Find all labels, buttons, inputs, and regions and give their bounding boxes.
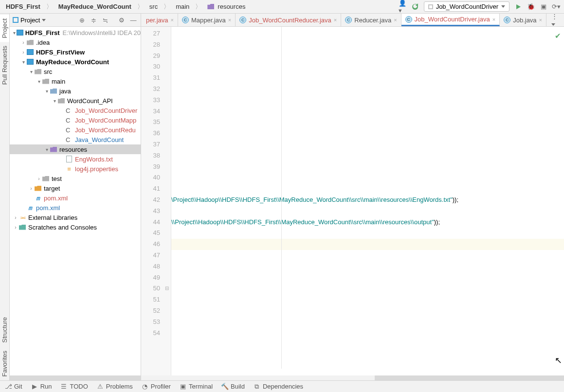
editor-tabs: per.java× CMapper.java× CJob_WordCountRe… — [141, 14, 564, 27]
tree-resources[interactable]: ▾resources — [10, 144, 141, 154]
bottom-run[interactable]: ▶Run — [31, 383, 52, 390]
tree-log4j[interactable]: ≡log4j.properties — [10, 164, 141, 174]
left-tab-structure[interactable]: Structure — [0, 313, 9, 347]
hide-button[interactable]: — — [129, 16, 138, 24]
editor-code[interactable]: ✔\Project\\Hadoop\\HDFS\\HDFS_First\\May… — [171, 27, 564, 380]
tab-3[interactable]: CReducer.java× — [341, 14, 401, 26]
expand-all-button[interactable]: ≑ — [89, 16, 98, 24]
tree-mayreduce[interactable]: ▾MayReduce_WordCount — [10, 57, 141, 67]
left-tab-favorites[interactable]: Favorites — [0, 347, 9, 380]
tree-engwords[interactable]: EngWords.txt — [10, 154, 141, 164]
tree-test[interactable]: ›test — [10, 174, 141, 183]
analysis-ok-icon[interactable]: ✔ — [555, 31, 561, 42]
bottom-terminal[interactable]: ▣Terminal — [180, 383, 213, 390]
close-icon[interactable]: × — [492, 17, 495, 22]
bottom-tool-bar: ⎇Git ▶Run ☰TODO ⚠Problems ◔Profiler ▣Ter… — [0, 380, 564, 392]
column-guide — [281, 27, 282, 369]
sync-icon[interactable] — [411, 3, 419, 11]
tree-idea[interactable]: ›.idea — [10, 37, 141, 47]
project-view-icon — [13, 17, 18, 23]
collapse-all-button[interactable]: ≒ — [101, 16, 109, 24]
tree-jwm[interactable]: CJob_WordCountMapp — [10, 115, 141, 125]
tree-root[interactable]: ▾HDFS_FirstE:\Windows\IntelliJ IDEA 20 — [10, 28, 141, 37]
crumb-1[interactable]: MayReduce_WordCount — [56, 2, 133, 11]
tab-5[interactable]: CJob.java× — [500, 14, 546, 26]
close-icon[interactable]: × — [394, 17, 397, 23]
settings-button[interactable]: ⚙ — [117, 16, 126, 24]
crumb-3[interactable]: main — [174, 2, 191, 11]
coverage-button[interactable]: ▣ — [540, 3, 547, 11]
tree-java[interactable]: ▾java — [10, 86, 141, 96]
tree-jwd[interactable]: CJob_WordCountDriver — [10, 106, 141, 115]
breadcrumb[interactable]: HDFS_First〉 MayReduce_WordCount〉 src〉 ma… — [4, 1, 249, 12]
editor-area: per.java× CMapper.java× CJob_WordCountRe… — [141, 14, 564, 380]
tree-jvc[interactable]: CJava_WordCount — [10, 135, 141, 144]
horizontal-scrollbar[interactable] — [10, 375, 564, 380]
mouse-cursor: ↖ — [555, 355, 562, 366]
crumb-2[interactable]: src — [147, 2, 160, 11]
more-run-icon[interactable]: ⟳▾ — [552, 3, 560, 11]
editor-gutter[interactable]: 2728293031323334353637383940414243444546… — [141, 27, 171, 380]
close-icon[interactable]: × — [171, 17, 174, 23]
tree-target[interactable]: ›target — [10, 183, 141, 193]
user-icon[interactable]: 👤▾ — [399, 3, 406, 11]
scroll-thumb[interactable] — [10, 375, 141, 380]
close-icon[interactable]: × — [228, 17, 231, 23]
tree-main[interactable]: ▾main — [10, 76, 141, 86]
tab-2[interactable]: CJob_WordCountReducer.java× — [236, 14, 341, 26]
bottom-problems[interactable]: ⚠Problems — [97, 383, 133, 390]
project-header-title[interactable]: Project — [20, 17, 40, 24]
bottom-build[interactable]: 🔨Build — [221, 383, 245, 390]
bottom-git[interactable]: ⎇Git — [5, 383, 22, 390]
tree-scratches[interactable]: ›Scratches and Consoles — [10, 222, 141, 232]
bottom-dependencies[interactable]: ⧉Dependencies — [254, 383, 303, 390]
project-tree[interactable]: ▾HDFS_FirstE:\Windows\IntelliJ IDEA 20 ›… — [10, 27, 141, 380]
debug-button[interactable]: 🐞 — [527, 3, 535, 11]
tree-wordcount-api[interactable]: ▾WordCount_API — [10, 96, 141, 106]
project-header: Project ⊕ ≑ ≒ ⚙ — — [10, 14, 141, 27]
left-tab-pull-requests[interactable]: Pull Requests — [0, 42, 9, 89]
bottom-profiler[interactable]: ◔Profiler — [142, 383, 171, 390]
tabs-more-icon[interactable]: ⋮ — [548, 14, 564, 27]
run-config-selector[interactable]: Job_WordCountDriver — [424, 1, 509, 12]
close-icon[interactable]: × — [539, 17, 542, 23]
crumb-4[interactable]: resources — [205, 1, 249, 12]
run-button[interactable] — [514, 3, 522, 11]
project-tool-window: Project ⊕ ≑ ≒ ⚙ — ▾HDFS_FirstE:\Windows\… — [10, 14, 141, 380]
tree-hdfs-firstview[interactable]: ›HDFS_FirstView — [10, 47, 141, 57]
tree-jwr[interactable]: CJob_WordCountRedu — [10, 125, 141, 135]
tree-pom1[interactable]: mpom.xml — [10, 193, 141, 203]
left-tool-strip: Project Pull Requests Structure Favorite… — [0, 14, 10, 380]
locate-button[interactable]: ⊕ — [77, 16, 86, 24]
crumb-0[interactable]: HDFS_First — [4, 2, 42, 11]
close-icon[interactable]: × — [334, 17, 337, 23]
tree-external-libraries[interactable]: ›⫘External Libraries — [10, 213, 141, 222]
bottom-todo[interactable]: ☰TODO — [60, 383, 88, 390]
top-toolbar: HDFS_First〉 MayReduce_WordCount〉 src〉 ma… — [0, 0, 564, 14]
tab-0[interactable]: per.java× — [142, 14, 178, 26]
scroll-thumb[interactable] — [375, 375, 564, 380]
tab-4[interactable]: CJob_WordCountDriver.java× — [401, 14, 500, 26]
left-tab-project[interactable]: Project — [0, 15, 9, 42]
tree-pom2[interactable]: mpom.xml — [10, 203, 141, 213]
tab-1[interactable]: CMapper.java× — [178, 14, 236, 26]
tree-src[interactable]: ▾src — [10, 67, 141, 76]
